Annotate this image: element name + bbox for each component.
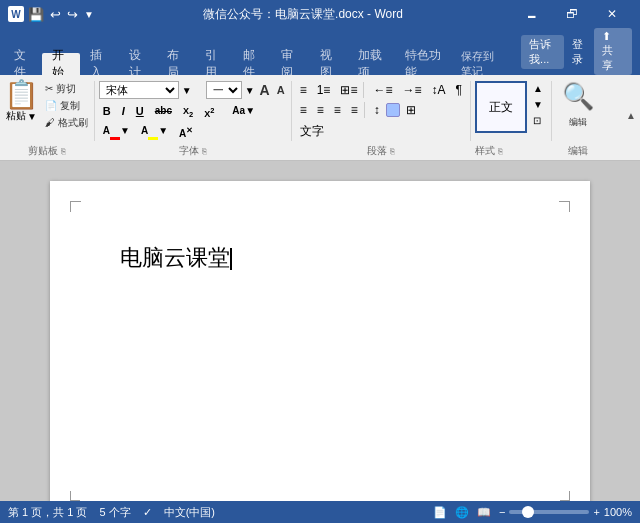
paste-dropdown[interactable]: ▼ xyxy=(27,111,37,122)
tab-file[interactable]: 文件 xyxy=(4,53,42,75)
editing-section: 🔍 编辑 xyxy=(556,77,600,133)
document-page[interactable]: 电脑云课堂 xyxy=(50,181,590,501)
multilevel-button[interactable]: ⊞≡ xyxy=(336,81,361,99)
changecase-button[interactable]: Aa▼ xyxy=(228,101,259,119)
customize-icon[interactable]: ▼ xyxy=(84,9,94,20)
format-painter-button[interactable]: 🖌 格式刷 xyxy=(43,115,90,131)
page-info: 第 1 页，共 1 页 xyxy=(8,505,87,520)
clipboard-small-btns: ✂ 剪切 📄 复制 🖌 格式刷 xyxy=(43,81,90,131)
login-button[interactable]: 登录 xyxy=(572,37,586,67)
increase-indent-button[interactable]: →≡ xyxy=(398,81,425,99)
tab-addins[interactable]: 加载项 xyxy=(348,53,395,75)
status-right: 📄 🌐 📖 − + 100% xyxy=(433,506,632,519)
view-web-button[interactable]: 🌐 xyxy=(455,506,469,519)
window-title: 微信公众号：电脑云课堂.docx - Word xyxy=(94,6,512,23)
divider-3 xyxy=(470,81,471,141)
find-button[interactable]: 🔍 xyxy=(562,81,594,112)
font-name-dropdown[interactable]: ▼ xyxy=(182,85,192,96)
document-area[interactable]: 电脑云课堂 xyxy=(0,161,640,501)
language[interactable]: 中文(中国) xyxy=(164,505,215,520)
font-grow-button[interactable]: A xyxy=(258,81,272,99)
show-marks-button[interactable]: ¶ xyxy=(451,81,465,99)
paragraph-label: 段落 ⎘ xyxy=(296,144,466,160)
tab-design[interactable]: 设计 xyxy=(119,53,157,75)
chinese-layout-button[interactable]: 文字 xyxy=(296,121,328,142)
share-button[interactable]: ⬆ 共享 xyxy=(594,28,632,75)
paste-button[interactable]: 📋 粘贴 ▼ xyxy=(4,81,39,123)
status-bar: 第 1 页，共 1 页 5 个字 ✓ 中文(中国) 📄 🌐 📖 − + 100% xyxy=(0,501,640,523)
tab-home[interactable]: 开始 xyxy=(42,53,80,75)
cut-button[interactable]: ✂ 剪切 xyxy=(43,81,90,97)
tab-review[interactable]: 审阅 xyxy=(271,53,309,75)
close-button[interactable]: ✕ xyxy=(592,0,632,28)
title-bar: W 💾 ↩ ↪ ▼ 微信公众号：电脑云课堂.docx - Word 🗕 🗗 ✕ xyxy=(0,0,640,28)
tab-mailings[interactable]: 邮件 xyxy=(233,53,271,75)
font-color-button[interactable]: A▼ xyxy=(99,121,134,139)
italic-button[interactable]: I xyxy=(118,101,129,119)
tab-special[interactable]: 特色功能 xyxy=(395,53,451,75)
document-text[interactable]: 电脑云课堂 xyxy=(120,241,530,274)
borders-button[interactable]: ⊞ xyxy=(402,101,420,119)
font-size-dropdown[interactable]: ▼ xyxy=(245,85,255,96)
ribbon-collapse-button[interactable]: ▲ xyxy=(626,110,636,121)
bold-button[interactable]: B xyxy=(99,101,115,119)
spell-icon[interactable]: ✓ xyxy=(143,506,152,519)
copy-button[interactable]: 📄 复制 xyxy=(43,98,90,114)
align-right-button[interactable]: ≡ xyxy=(330,101,345,119)
font-group: 宋体 ▼ 一 ▼ A A B I U abc X2 xyxy=(99,77,287,160)
numbering-button[interactable]: 1≡ xyxy=(313,81,335,99)
minimize-button[interactable]: 🗕 xyxy=(512,0,552,28)
tell-me-input[interactable]: 告诉我... xyxy=(521,35,564,69)
style-scroll-up[interactable]: ▲ xyxy=(529,81,547,96)
paste-label: 粘贴 xyxy=(6,109,26,123)
highlight-button[interactable]: A▼ xyxy=(137,121,172,139)
line-spacing-button[interactable]: ↕ xyxy=(370,101,384,119)
paragraph-group: ≡ 1≡ ⊞≡ ←≡ →≡ ↕A ¶ ≡ ≡ ≡ ≡ ↕ xyxy=(296,77,466,160)
corner-br xyxy=(560,491,570,501)
view-print-button[interactable]: 📄 xyxy=(433,506,447,519)
style-scroll-down[interactable]: ▼ xyxy=(529,97,547,112)
justify-button[interactable]: ≡ xyxy=(347,101,362,119)
divider-2 xyxy=(291,81,292,141)
ribbon-tabs-row: 文件 开始 插入 设计 布局 引用 邮件 审阅 视图 加载项 特色功能 保存到笔… xyxy=(0,28,640,75)
font-shrink-button[interactable]: A xyxy=(275,81,287,99)
tab-view[interactable]: 视图 xyxy=(310,53,348,75)
tab-insert[interactable]: 插入 xyxy=(80,53,118,75)
title-left: W 💾 ↩ ↪ ▼ xyxy=(8,6,94,22)
align-left-button[interactable]: ≡ xyxy=(296,101,311,119)
undo-icon[interactable]: ↩ xyxy=(50,7,61,22)
text-cursor xyxy=(230,248,232,270)
style-normal-button[interactable]: 正文 xyxy=(475,81,527,133)
editing-label-display: 编辑 xyxy=(569,116,587,129)
strikethrough-button[interactable]: abc xyxy=(151,101,176,119)
decrease-indent-button[interactable]: ←≡ xyxy=(369,81,396,99)
align-center-button[interactable]: ≡ xyxy=(313,101,328,119)
style-expand[interactable]: ⊡ xyxy=(529,113,547,128)
zoom-minus-button[interactable]: − xyxy=(499,506,505,518)
zoom-slider[interactable] xyxy=(509,510,589,514)
subscript-button[interactable]: X2 xyxy=(179,101,197,119)
styles-label: 样式 ⎘ xyxy=(475,144,503,160)
zoom-level[interactable]: 100% xyxy=(604,506,632,518)
shading-button[interactable] xyxy=(386,103,400,117)
save-icon[interactable]: 💾 xyxy=(28,7,44,22)
tab-layout[interactable]: 布局 xyxy=(157,53,195,75)
redo-icon[interactable]: ↪ xyxy=(67,7,78,22)
view-read-button[interactable]: 📖 xyxy=(477,506,491,519)
font-row2: B I U abc X2 X2 Aa▼ xyxy=(99,101,287,119)
zoom-plus-button[interactable]: + xyxy=(593,506,599,518)
font-name-select[interactable]: 宋体 xyxy=(99,81,179,99)
restore-button[interactable]: 🗗 xyxy=(552,0,592,28)
tab-references[interactable]: 引用 xyxy=(195,53,233,75)
clipboard-label: 剪贴板 ⎘ xyxy=(4,144,90,160)
styles-group: 正文 ▲ ▼ ⊡ 样式 ⎘ xyxy=(475,77,547,160)
underline-button[interactable]: U xyxy=(132,101,148,119)
sort-button[interactable]: ↕A xyxy=(427,81,449,99)
divider-1 xyxy=(94,81,95,141)
ribbon-content: 📋 粘贴 ▼ ✂ 剪切 📄 复制 🖌 格式刷 剪贴板 ⎘ xyxy=(0,75,640,161)
clear-format-button[interactable]: A✕ xyxy=(175,121,197,139)
font-size-select[interactable]: 一 xyxy=(206,81,242,99)
superscript-button[interactable]: X2 xyxy=(200,101,218,119)
tab-savenote[interactable]: 保存到笔记 xyxy=(451,53,513,75)
bullets-button[interactable]: ≡ xyxy=(296,81,311,99)
